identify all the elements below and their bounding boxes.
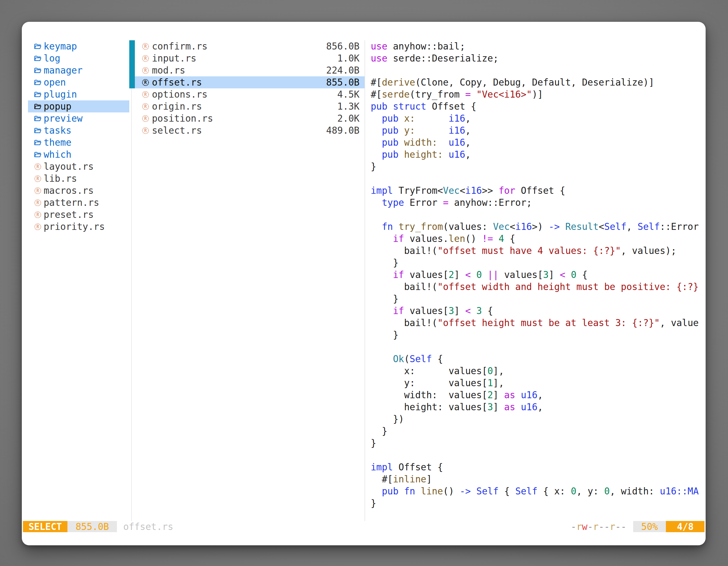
folder-open-icon (34, 54, 42, 63)
pane-divider-right (365, 40, 365, 521)
code-line: }) (371, 413, 706, 425)
file-name: position.rs (152, 113, 213, 124)
mode-badge: SELECT (23, 521, 67, 532)
pane-divider-left (131, 40, 132, 521)
code-line: type Error = anyhow::Error; (371, 197, 706, 209)
code-line: bail!("offset height must be at least 3:… (371, 317, 706, 329)
parent-item-macros-rs[interactable]: Rmacros.rs (28, 185, 129, 197)
code-line: #[serde(try_from = "Vec<i16>")] (371, 88, 706, 100)
svg-text:R: R (36, 212, 39, 217)
file-name: input.rs (152, 53, 196, 64)
parent-item-open[interactable]: open (28, 76, 129, 88)
parent-item-lib-rs[interactable]: Rlib.rs (28, 173, 129, 185)
parent-item-priority-rs[interactable]: Rpriority.rs (28, 221, 129, 233)
folder-open-icon (34, 139, 42, 147)
parent-item-plugin[interactable]: plugin (28, 88, 129, 100)
parent-item-popup[interactable]: popup (28, 100, 129, 112)
rust-file-icon: R (34, 175, 42, 183)
code-line: } (371, 425, 706, 437)
file-row-position-rs[interactable]: Rposition.rs2.0K (135, 112, 365, 125)
file-row-confirm-rs[interactable]: Rconfirm.rs856.0B (135, 40, 365, 52)
parent-item-manager[interactable]: manager (28, 64, 129, 76)
code-line (371, 173, 706, 185)
parent-item-label: layout.rs (44, 161, 94, 172)
parent-item-layout-rs[interactable]: Rlayout.rs (28, 161, 129, 173)
file-row-input-rs[interactable]: Rinput.rs1.0K (135, 52, 365, 64)
code-line: } (371, 437, 706, 449)
code-line: } (371, 497, 706, 509)
parent-item-label: open (44, 77, 66, 88)
parent-directory-pane: keymaplogmanageropenpluginpopuppreviewta… (28, 40, 129, 233)
code-line: use serde::Deserialize; (371, 52, 706, 64)
rust-file-icon: R (141, 114, 150, 123)
code-line: bail!("offset must have 4 values: {:?}",… (371, 245, 706, 257)
parent-item-label: keymap (44, 41, 77, 52)
code-line: pub fn line() -> Self { Self { x: 0, y: … (371, 485, 706, 497)
rust-file-icon: R (141, 102, 150, 111)
code-line: y: values[1], (371, 377, 706, 389)
code-line: fn try_from(values: Vec<i16>) -> Result<… (371, 221, 706, 233)
rust-file-icon: R (141, 126, 150, 135)
folder-open-icon (34, 126, 42, 135)
parent-item-which[interactable]: which (28, 149, 129, 161)
file-size: 1.3K (337, 101, 360, 112)
file-row-origin-rs[interactable]: Rorigin.rs1.3K (135, 100, 365, 112)
parent-item-label: theme (44, 137, 71, 148)
file-size: 2.0K (337, 113, 360, 124)
parent-item-pattern-rs[interactable]: Rpattern.rs (28, 197, 129, 209)
code-line: width: values[2] as u16, (371, 389, 706, 401)
parent-item-label: plugin (44, 89, 77, 100)
code-line: pub y: i16, (371, 125, 706, 137)
file-name: origin.rs (152, 101, 202, 112)
rust-file-icon: R (34, 223, 42, 231)
folder-open-icon (34, 102, 42, 111)
parent-item-label: lib.rs (44, 173, 77, 184)
file-row-select-rs[interactable]: Rselect.rs489.0B (135, 125, 365, 137)
file-row-offset-rs[interactable]: Roffset.rs855.0B (135, 76, 365, 88)
svg-text:R: R (144, 68, 147, 73)
rust-file-icon: R (34, 211, 42, 219)
code-line (371, 209, 706, 221)
code-line: pub height: u16, (371, 149, 706, 161)
folder-open-icon (34, 151, 42, 159)
svg-text:R: R (144, 44, 147, 49)
parent-item-preview[interactable]: preview (28, 112, 129, 125)
rust-file-icon: R (141, 42, 150, 51)
parent-item-label: preview (44, 113, 83, 124)
file-name: options.rs (152, 89, 208, 100)
folder-open-icon (34, 90, 42, 99)
rust-file-icon: R (141, 54, 150, 63)
svg-text:R: R (144, 92, 147, 97)
svg-text:R: R (36, 164, 39, 169)
code-line (371, 64, 706, 76)
parent-item-keymap[interactable]: keymap (28, 40, 129, 52)
svg-text:R: R (144, 56, 147, 61)
file-permissions: -rw-r--r-- (571, 521, 626, 532)
rust-file-icon: R (141, 90, 150, 99)
parent-item-theme[interactable]: theme (28, 137, 129, 149)
status-bar: SELECT 855.0B offset.rs -rw-r--r-- 50% 4… (23, 521, 704, 532)
code-line: use anyhow::bail; (371, 40, 706, 52)
rust-file-icon: R (34, 199, 42, 207)
folder-open-icon (34, 42, 42, 51)
svg-text:R: R (144, 80, 147, 85)
file-name: confirm.rs (152, 41, 208, 52)
file-size-chip: 855.0B (67, 521, 117, 532)
parent-item-label: popup (44, 101, 71, 112)
svg-text:R: R (144, 104, 147, 109)
file-row-mod-rs[interactable]: Rmod.rs224.0B (135, 64, 365, 76)
parent-item-tasks[interactable]: tasks (28, 125, 129, 137)
file-size: 4.5K (337, 89, 360, 100)
code-line: Ok(Self { (371, 353, 706, 365)
file-row-options-rs[interactable]: Roptions.rs4.5K (135, 88, 365, 100)
rust-file-icon: R (141, 78, 150, 87)
file-size: 855.0B (326, 77, 360, 88)
list-scrollbar[interactable] (129, 40, 135, 88)
parent-item-preset-rs[interactable]: Rpreset.rs (28, 209, 129, 221)
parent-item-log[interactable]: log (28, 52, 129, 64)
code-line: #[derive(Clone, Copy, Debug, Default, De… (371, 76, 706, 88)
code-line: if values[2] < 0 || values[3] < 0 { (371, 269, 706, 281)
svg-text:R: R (144, 128, 147, 133)
svg-text:R: R (144, 116, 147, 121)
code-line (371, 449, 706, 461)
